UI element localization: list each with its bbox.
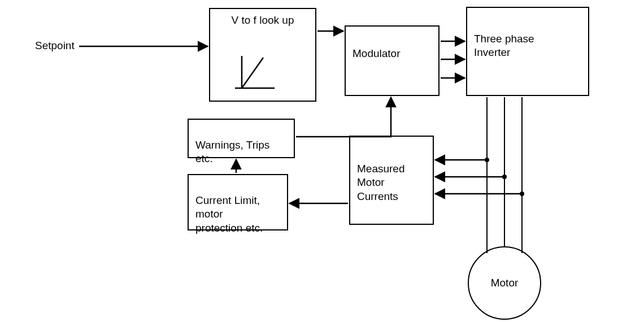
vf-lookup-block: V to f look up [209, 8, 316, 102]
arrow-warnings-to-modulator [296, 97, 391, 137]
current-limit-text: Current Limit, motor protection etc. [195, 194, 263, 234]
warnings-block: Warnings, Trips etc. [188, 119, 295, 158]
vf-lookup-text: V to f look up [217, 14, 308, 28]
inverter-block: Three phase Inverter [466, 7, 589, 96]
warnings-text: Warnings, Trips etc. [195, 139, 269, 165]
junction-dot-1 [485, 158, 489, 162]
junction-dot-3 [520, 192, 524, 196]
measured-currents-block: Measured Motor Currents [349, 136, 434, 225]
motor-block: Motor [468, 246, 541, 320]
measured-currents-text: Measured Motor Currents [357, 163, 405, 202]
inverter-text: Three phase Inverter [474, 33, 534, 59]
motor-text: Motor [491, 277, 519, 290]
current-limit-block: Current Limit, motor protection etc. [188, 174, 288, 230]
setpoint-label: Setpoint [35, 40, 75, 53]
vf-curve-icon [235, 53, 291, 98]
svg-line-2 [242, 58, 263, 88]
junction-dot-2 [502, 175, 507, 179]
modulator-text: Modulator [353, 47, 401, 59]
modulator-block: Modulator [345, 25, 440, 96]
